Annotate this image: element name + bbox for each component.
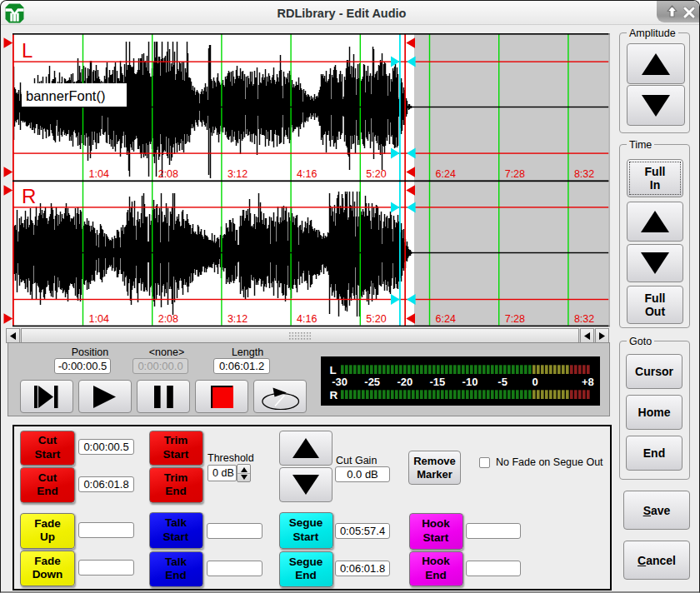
svg-text:5:20: 5:20	[366, 313, 386, 325]
svg-text:6:24: 6:24	[436, 168, 456, 180]
svg-text:-25: -25	[364, 375, 380, 387]
svg-text:4:16: 4:16	[297, 313, 317, 325]
svg-text:1:04: 1:04	[89, 168, 109, 180]
svg-text:-10: -10	[462, 375, 478, 387]
svg-text:L: L	[22, 39, 32, 62]
svg-text:7:28: 7:28	[505, 168, 525, 180]
svg-text:4:16: 4:16	[297, 168, 317, 180]
svg-text:2:08: 2:08	[158, 313, 178, 325]
svg-text:3:12: 3:12	[228, 313, 248, 325]
svg-text:bannerFont(): bannerFont()	[26, 88, 105, 103]
svg-text:7:28: 7:28	[505, 313, 525, 325]
svg-text:-5: -5	[498, 375, 508, 387]
svg-text:-30: -30	[332, 375, 348, 387]
svg-text:8:32: 8:32	[574, 168, 594, 180]
svg-text:3:12: 3:12	[228, 168, 248, 180]
svg-text:-20: -20	[397, 375, 412, 387]
svg-text:6:24: 6:24	[436, 313, 456, 325]
svg-text:0: 0	[532, 375, 538, 387]
svg-text:R: R	[330, 389, 338, 401]
svg-text:2:08: 2:08	[158, 168, 178, 180]
svg-text:+8: +8	[582, 375, 594, 387]
svg-text:8:32: 8:32	[574, 313, 594, 325]
svg-text:-15: -15	[430, 375, 446, 387]
svg-text:5:20: 5:20	[366, 168, 386, 180]
svg-text:1:04: 1:04	[89, 313, 109, 325]
svg-text:R: R	[22, 185, 36, 207]
